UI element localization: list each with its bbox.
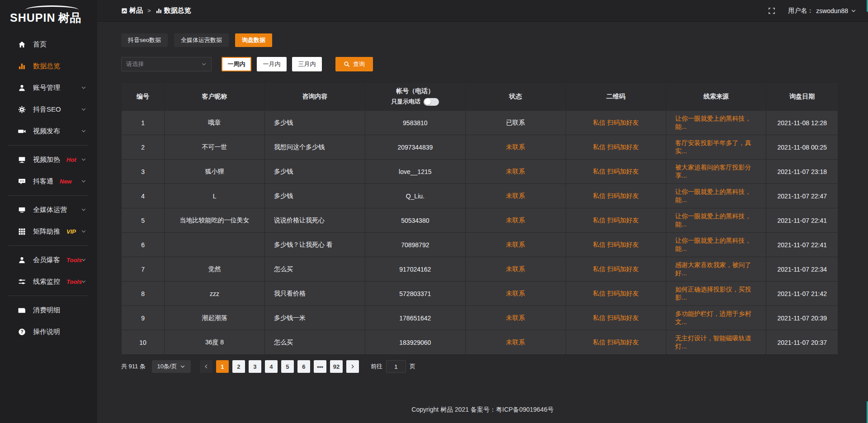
copyright-text: Copyright 树品 2021 备案号：粤ICP备09019646号 — [411, 406, 553, 413]
page-button-2[interactable]: 2 — [232, 360, 245, 373]
sidebar-item-label: 会员爆客 — [33, 256, 60, 264]
chevron-down-icon — [81, 229, 86, 234]
username-label: 用户名： — [788, 7, 813, 15]
sidebar-item-视频加热[interactable]: 视频加热Hot — [0, 149, 97, 170]
username[interactable]: 用户名：zswodun88 — [788, 7, 856, 15]
tab-抖音seo数据[interactable]: 抖音seo数据 — [121, 33, 168, 47]
sidebar-item-抖音SEO[interactable]: 抖音SEO — [0, 99, 97, 120]
cell-source[interactable]: 客厅安装投影半年多了，真实... — [666, 135, 766, 160]
cell-content: 多少钱 — [264, 184, 365, 208]
sidebar-menu: 首页数据总览账号管理抖音SEO视频发布视频加热Hot抖客通New全媒体运营矩阵助… — [0, 30, 97, 423]
content: 抖音seo数据全媒体运营数据询盘数据 请选择 一周内一月内三月内 查询 编号客户… — [97, 22, 868, 399]
tab-询盘数据[interactable]: 询盘数据 — [235, 33, 272, 47]
cell-qrcode[interactable]: 私信 扫码加好友 — [566, 160, 666, 184]
cell-id: 9 — [122, 306, 165, 330]
gear-icon — [17, 105, 26, 113]
sidebar-item-抖客通[interactable]: 抖客通New — [0, 170, 97, 192]
cell-qrcode[interactable]: 私信 扫码加好友 — [566, 184, 666, 208]
cell-qrcode[interactable]: 私信 扫码加好友 — [566, 135, 666, 160]
cell-status: 未联系 — [465, 306, 566, 330]
panel-icon — [121, 8, 127, 14]
filter-select[interactable]: 请选择 — [121, 57, 212, 71]
period-button-三月内[interactable]: 三月内 — [292, 57, 322, 71]
goto-page-input[interactable] — [386, 360, 406, 373]
user-icon — [17, 84, 26, 92]
column-header-status: 状态 — [465, 83, 566, 111]
column-header-id: 编号 — [122, 83, 165, 111]
cell-source[interactable]: 被大家追着问的客厅投影分享... — [666, 160, 766, 184]
page-button-5[interactable]: 5 — [281, 360, 294, 373]
page-ellipsis-button[interactable]: ••• — [314, 360, 326, 373]
sidebar-item-视频发布[interactable]: 视频发布 — [0, 120, 97, 142]
prev-page-button[interactable] — [200, 360, 212, 373]
cell-qrcode[interactable]: 私信 扫码加好友 — [566, 111, 666, 135]
page-button-92[interactable]: 92 — [330, 360, 343, 373]
sidebar-item-全媒体运营[interactable]: 全媒体运营 — [0, 199, 97, 221]
column-header-source: 线索来源 — [666, 83, 766, 111]
cell-source[interactable]: 让你一眼就爱上的黑科技，能... — [666, 233, 766, 257]
next-page-button[interactable] — [346, 360, 359, 373]
sidebar-item-label: 操作说明 — [33, 328, 60, 336]
cell-qrcode[interactable]: 私信 扫码加好友 — [566, 282, 666, 306]
sidebar-item-账号管理[interactable]: 账号管理 — [0, 77, 97, 99]
cell-status: 未联系 — [465, 330, 566, 355]
breadcrumb-separator: > — [147, 7, 151, 14]
phone-only-toggle[interactable] — [424, 98, 439, 106]
page-size-select[interactable]: 10条/页 — [152, 360, 191, 373]
cell-status: 未联系 — [465, 135, 566, 160]
logo-text-en: SHUPIN — [10, 11, 55, 24]
page-button-6[interactable]: 6 — [297, 360, 310, 373]
cell-qrcode[interactable]: 私信 扫码加好友 — [566, 257, 666, 282]
column-header-qrcode: 二维码 — [566, 83, 666, 111]
cell-source[interactable]: 多功能护栏灯，适用于乡村文... — [666, 306, 766, 330]
cell-account: 183929060 — [365, 330, 465, 355]
cell-status: 未联系 — [465, 233, 566, 257]
cell-content: 多少钱？让我死心 看 — [264, 233, 365, 257]
cell-source[interactable]: 让你一眼就爱上的黑科技，能... — [666, 111, 766, 135]
sidebar-item-会员爆客[interactable]: 会员爆客Tools — [0, 249, 97, 271]
cell-id: 5 — [122, 208, 165, 233]
cell-qrcode[interactable]: 私信 扫码加好友 — [566, 208, 666, 233]
cell-source[interactable]: 让你一眼就爱上的黑科技，能... — [666, 184, 766, 208]
cell-date: 2021-11-07 20:39 — [766, 306, 838, 330]
cell-source[interactable]: 让你一眼就爱上的黑科技，能... — [666, 208, 766, 233]
goto-label: 前往 — [371, 362, 382, 371]
page-button-1[interactable]: 1 — [216, 360, 229, 373]
member-icon — [17, 256, 26, 264]
sidebar-item-矩阵助推[interactable]: 矩阵助推VIP — [0, 221, 97, 242]
sidebar-item-label: 全媒体运营 — [33, 206, 67, 214]
badge-tools: Tools — [66, 257, 82, 263]
breadcrumb-item-数据总览[interactable]: 数据总览 — [156, 6, 191, 15]
sidebar-item-数据总览[interactable]: 数据总览 — [0, 55, 97, 77]
cell-qrcode[interactable]: 私信 扫码加好友 — [566, 330, 666, 355]
fullscreen-icon[interactable] — [768, 7, 775, 14]
chevron-down-icon — [180, 364, 185, 369]
app-window: SHUPIN树品 首页数据总览账号管理抖音SEO视频发布视频加热Hot抖客通Ne… — [0, 0, 868, 423]
tab-全媒体运营数据[interactable]: 全媒体运营数据 — [174, 33, 229, 47]
cell-source[interactable]: 感谢大家喜欢我家，被问了好... — [666, 257, 766, 282]
cell-source[interactable]: 如何正确选择投影仪，买投影... — [666, 282, 766, 306]
page-button-4[interactable]: 4 — [265, 360, 278, 373]
logo[interactable]: SHUPIN树品 — [0, 0, 97, 30]
search-button[interactable]: 查询 — [335, 57, 373, 71]
table-body: 1哦章多少钱9583810已联系私信 扫码加好友让你一眼就爱上的黑科技，能...… — [122, 111, 838, 355]
logo-text: SHUPIN树品 — [10, 10, 97, 25]
sidebar-item-首页[interactable]: 首页 — [0, 33, 97, 55]
sidebar-item-操作说明[interactable]: ?操作说明 — [0, 321, 97, 343]
cell-qrcode[interactable]: 私信 扫码加好友 — [566, 306, 666, 330]
cell-content: 多少钱一米 — [264, 306, 365, 330]
period-buttons: 一周内一月内三月内 — [212, 57, 322, 71]
cell-source[interactable]: 无主灯设计，智能磁吸轨道灯... — [666, 330, 766, 355]
data-tabs: 抖音seo数据全媒体运营数据询盘数据 — [121, 33, 838, 47]
chevron-down-icon — [81, 207, 86, 212]
cell-qrcode[interactable]: 私信 扫码加好友 — [566, 233, 666, 257]
breadcrumb-item-树品[interactable]: 树品 — [121, 6, 143, 15]
table-row: 5当地比较能吃的一位美女说说价格让我死心50534380未联系私信 扫码加好友让… — [122, 208, 838, 233]
svg-text:?: ? — [20, 329, 23, 334]
sidebar-item-线索监控[interactable]: 线索监控Tools — [0, 271, 97, 292]
table-row: 9潮起潮落多少钱一米178651642未联系私信 扫码加好友多功能护栏灯，适用于… — [122, 306, 838, 330]
sidebar-item-消费明细[interactable]: 消费明细 — [0, 299, 97, 321]
period-button-一月内[interactable]: 一月内 — [257, 57, 287, 71]
page-button-3[interactable]: 3 — [249, 360, 261, 373]
period-button-一周内[interactable]: 一周内 — [222, 57, 251, 71]
